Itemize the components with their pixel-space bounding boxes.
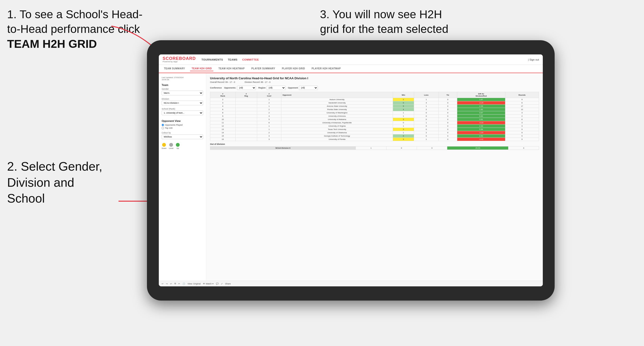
- opponents-filter-select[interactable]: (All): [237, 86, 256, 90]
- cell-reg: [235, 138, 257, 141]
- school-select[interactable]: 1. University of Nort...: [162, 111, 203, 115]
- cell-tie: 0: [438, 105, 457, 108]
- cell-win: 1: [393, 131, 414, 134]
- table-row: 16 3 University of Florida 3 1 0 -4.42 9: [210, 138, 539, 141]
- toolbar-undo[interactable]: ↩: [162, 283, 164, 285]
- subnav-team-h2h-grid[interactable]: TEAM H2H GRID: [190, 66, 213, 71]
- cell-tie: 0: [438, 128, 457, 131]
- table-row: 9 3 University of Arizona 1 0 0 9.00 2: [210, 115, 539, 118]
- legend-down: Down: [162, 143, 166, 149]
- main-content: Last Updated: 27/03/2024 16:55:38 Team G…: [159, 73, 543, 281]
- table-header-row: #Rank #Reg #Conf Opponent Win Loss Tie D…: [210, 92, 539, 98]
- cell-conf: 3: [257, 115, 281, 118]
- grid-content: University of North Carolina Head-to-Hea…: [206, 73, 543, 281]
- radio-top100[interactable]: Top 100: [162, 127, 203, 129]
- sidebar: Last Updated: 27/03/2024 16:55:38 Team G…: [159, 73, 206, 281]
- cell-reg: [235, 108, 257, 111]
- colour-by-select[interactable]: Win/loss: [162, 134, 203, 139]
- signin-link[interactable]: | Sign out: [528, 58, 539, 61]
- col-reg: #Reg: [235, 92, 257, 98]
- cell-reg: [235, 128, 257, 131]
- subnav-player-h2h-heatmap[interactable]: PLAYER H2H HEATMAP: [310, 66, 342, 71]
- cell-opponent: Auburn University: [281, 98, 393, 101]
- cell-rank: 3: [210, 101, 236, 105]
- subnav-player-h2h-grid[interactable]: PLAYER H2H GRID: [280, 66, 306, 71]
- region-filter-select[interactable]: (All): [267, 86, 286, 90]
- cell-opponent: Texas Tech University: [281, 128, 393, 131]
- cell-od-rounds: 3: [508, 147, 539, 150]
- gender-select[interactable]: Men's: [162, 91, 203, 95]
- table-row: 15 4 Georgia Institute of Technology 6 0…: [210, 134, 539, 138]
- toolbar-watch[interactable]: 👁 Watch ▾: [203, 283, 213, 285]
- cell-rounds: 9: [505, 128, 539, 131]
- cell-rounds: 12: [505, 108, 539, 111]
- cell-conf: 1: [257, 105, 281, 108]
- cell-diff: 2.33: [457, 125, 505, 128]
- cell-loss: 0: [414, 118, 439, 121]
- subnav-team-summary[interactable]: TEAM SUMMARY: [162, 66, 186, 71]
- cell-tie: 0: [438, 101, 457, 105]
- cell-opponent: University of Virginia: [281, 125, 393, 128]
- cell-opponent: University of Florida: [281, 138, 393, 141]
- cell-rounds: 9: [505, 98, 539, 101]
- cell-od-diff: 26.00: [447, 147, 508, 150]
- cell-win: 0: [393, 121, 414, 125]
- cell-tie: 0: [438, 125, 457, 128]
- opponent-filter-select[interactable]: (All): [299, 86, 318, 90]
- cell-rounds: 2: [505, 115, 539, 118]
- cell-conf: 5: [257, 118, 281, 121]
- toolbar-icon2[interactable]: ✂: [178, 283, 180, 285]
- nav-committee[interactable]: COMMITTEE: [242, 58, 259, 61]
- cell-win: 5: [393, 105, 414, 108]
- subnav-team-h2h-heatmap[interactable]: TEAM H2H HEATMAP: [217, 66, 246, 71]
- nav-tournaments[interactable]: TOURNAMENTS: [202, 58, 223, 61]
- cell-win: 2: [393, 98, 414, 101]
- cell-diff: -1.00: [457, 131, 505, 134]
- toolbar-back[interactable]: ↩: [170, 283, 172, 285]
- cell-od-loss: 0: [386, 147, 417, 150]
- cell-loss: 0: [414, 111, 439, 115]
- toolbar-comment[interactable]: 💬: [216, 283, 218, 285]
- table-row: 12 1 University of Virginia 1 0 0 2.33 3: [210, 125, 539, 128]
- cell-win: 1: [393, 125, 414, 128]
- cell-opponent: University of Alabama: [281, 118, 393, 121]
- grid-records: Overall Record: 89 - 17 - 0 Division Rec…: [210, 81, 539, 83]
- cell-opponent: University of Oklahoma: [281, 131, 393, 134]
- subnav-player-summary[interactable]: PLAYER SUMMARY: [250, 66, 276, 71]
- nav-teams[interactable]: TEAMS: [228, 58, 238, 61]
- sidebar-team-label: Team: [162, 84, 203, 86]
- out-of-division-label: Out of division: [210, 143, 539, 145]
- navbar: SCOREBOARD Powered by clippi TOURNAMENTS…: [159, 54, 543, 65]
- toolbar-expand[interactable]: ⤢: [221, 283, 223, 285]
- table-row: 10 5 University of Alabama 3 0 0 2.61 8: [210, 118, 539, 121]
- cell-diff: 1.83: [457, 108, 505, 111]
- toolbar-share[interactable]: Share: [225, 283, 231, 285]
- cell-rounds: 9: [505, 131, 539, 134]
- division-select[interactable]: NCAA Division I: [162, 101, 203, 105]
- radio-opponents-played[interactable]: Opponents Played: [162, 124, 203, 126]
- colour-legend: Down Level Up: [162, 143, 203, 149]
- legend-level: Level: [169, 143, 173, 149]
- toolbar-clock[interactable]: 🕐: [182, 283, 185, 285]
- cell-loss: 1: [414, 98, 439, 101]
- cell-reg: [235, 115, 257, 118]
- school-label: School (Rank): [162, 108, 203, 110]
- cell-win: 3: [393, 138, 414, 141]
- cell-opponent: Arizona State University: [281, 105, 393, 108]
- cell-rounds: 17: [505, 105, 539, 108]
- cell-reg: [235, 134, 257, 138]
- cell-win: 3: [393, 118, 414, 121]
- out-of-division-table: NCAA Division II 1 0 0 26.00 3: [210, 146, 539, 150]
- cell-diff: 2.61: [457, 118, 505, 121]
- toolbar-redo[interactable]: ↪: [166, 283, 168, 285]
- cell-diff: 5.56: [457, 128, 505, 131]
- toolbar: ↩ ↪ ↩ ⧉ ✂ 🕐 View: Original 👁 Watch ▾ 💬 ⤢…: [159, 281, 543, 286]
- table-row: 2 1 Auburn University 2 1 0 1.67 9: [210, 98, 539, 101]
- toolbar-icon1[interactable]: ⧉: [174, 282, 176, 285]
- cell-tie: 0: [438, 108, 457, 111]
- cell-rank: 12: [210, 125, 236, 128]
- cell-rounds: 3: [505, 111, 539, 115]
- toolbar-view[interactable]: View: Original: [188, 283, 200, 285]
- cell-win: 1: [393, 111, 414, 115]
- cell-rounds: 8: [505, 101, 539, 105]
